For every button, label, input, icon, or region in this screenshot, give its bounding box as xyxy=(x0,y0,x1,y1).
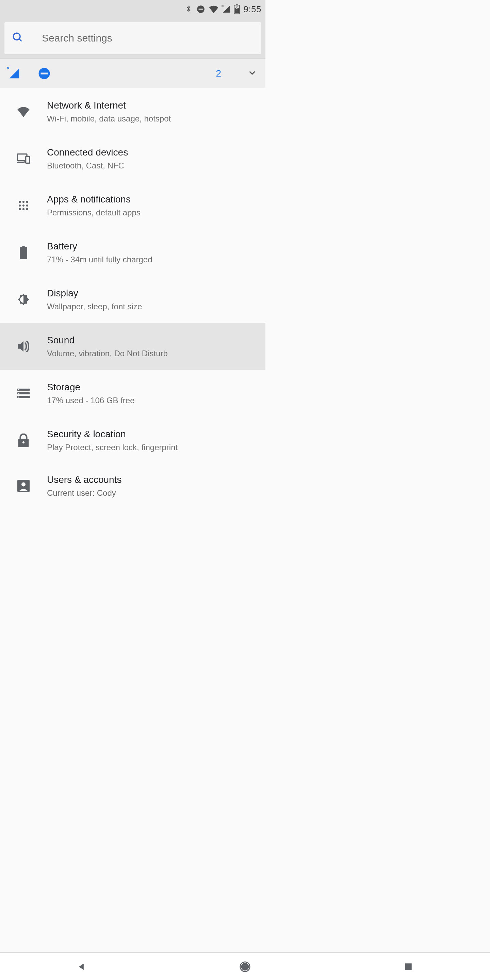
settings-item-subtitle: Volume, vibration, Do Not Disturb xyxy=(47,348,259,359)
wifi-icon xyxy=(0,106,47,117)
svg-point-17 xyxy=(22,205,24,207)
clock-time: 9:55 xyxy=(243,4,261,14)
settings-item-users[interactable]: Users & accountsCurrent user: Cody xyxy=(0,464,266,504)
svg-rect-23 xyxy=(22,246,24,247)
suggestion-count: 2 xyxy=(216,68,221,79)
settings-item-subtitle: Wi-Fi, mobile, data usage, hotspot xyxy=(47,113,259,124)
settings-item-title: Battery xyxy=(47,240,259,252)
settings-item-text: SoundVolume, vibration, Do Not Disturb xyxy=(47,334,266,359)
do-not-disturb-status-icon xyxy=(196,5,205,14)
settings-item-text: Storage17% used - 106 GB free xyxy=(47,381,266,406)
settings-item-title: Apps & notifications xyxy=(47,193,259,205)
storage-icon xyxy=(0,388,47,398)
settings-item-text: Connected devicesBluetooth, Cast, NFC xyxy=(47,146,266,171)
settings-item-title: Users & accounts xyxy=(47,474,259,485)
search-icon xyxy=(12,32,24,45)
battery-status-icon xyxy=(234,5,240,14)
devices-icon xyxy=(0,153,47,164)
suggestion-strip[interactable]: × 2 xyxy=(0,59,266,88)
svg-point-27 xyxy=(18,389,19,390)
settings-item-title: Sound xyxy=(47,334,259,346)
svg-point-5 xyxy=(13,33,20,40)
settings-item-security[interactable]: Security & locationPlay Protect, screen … xyxy=(0,417,266,464)
settings-item-text: Network & InternetWi-Fi, mobile, data us… xyxy=(47,99,266,124)
svg-rect-3 xyxy=(236,5,238,5)
svg-point-16 xyxy=(19,205,21,207)
lock-icon xyxy=(0,434,47,447)
search-section: Search settings xyxy=(0,18,266,59)
svg-point-33 xyxy=(21,482,25,487)
settings-item-title: Connected devices xyxy=(47,146,259,158)
settings-item-subtitle: Bluetooth, Cast, NFC xyxy=(47,160,259,171)
svg-point-29 xyxy=(18,396,19,398)
svg-point-14 xyxy=(22,201,24,203)
battery-icon xyxy=(0,246,47,259)
settings-item-subtitle: Permissions, default apps xyxy=(47,207,259,218)
settings-item-title: Display xyxy=(47,287,259,299)
settings-item-text: Security & locationPlay Protect, screen … xyxy=(47,428,266,453)
settings-list: Network & InternetWi-Fi, mobile, data us… xyxy=(0,88,266,504)
wifi-status-icon xyxy=(208,5,219,13)
cell-signal-icon: ✕ xyxy=(222,5,231,13)
settings-item-title: Storage xyxy=(47,381,259,393)
settings-item-text: Users & accountsCurrent user: Cody xyxy=(47,474,266,498)
sound-icon xyxy=(0,340,47,353)
settings-item-subtitle: Current user: Cody xyxy=(47,488,259,498)
settings-item-display[interactable]: DisplayWallpaper, sleep, font size xyxy=(0,276,266,323)
settings-item-text: Apps & notificationsPermissions, default… xyxy=(47,193,266,218)
dnd-suggestion-icon xyxy=(38,67,50,80)
brightness-icon xyxy=(0,293,47,306)
settings-item-title: Security & location xyxy=(47,428,259,440)
account-icon xyxy=(0,480,47,492)
apps-icon xyxy=(0,200,47,211)
svg-rect-8 xyxy=(41,73,48,74)
settings-item-connected[interactable]: Connected devicesBluetooth, Cast, NFC xyxy=(0,135,266,182)
settings-item-subtitle: 17% used - 106 GB free xyxy=(47,395,259,406)
search-placeholder: Search settings xyxy=(42,32,112,44)
settings-item-sound[interactable]: SoundVolume, vibration, Do Not Disturb xyxy=(0,323,266,370)
settings-item-apps[interactable]: Apps & notificationsPermissions, default… xyxy=(0,182,266,229)
bluetooth-icon xyxy=(184,4,193,14)
search-settings-card[interactable]: Search settings xyxy=(4,22,261,54)
status-bar: ✕ 9:55 xyxy=(0,0,266,18)
settings-item-title: Network & Internet xyxy=(47,99,259,111)
svg-point-21 xyxy=(26,208,28,210)
settings-item-text: Battery71% - 34m until fully charged xyxy=(47,240,266,265)
settings-item-storage[interactable]: Storage17% used - 106 GB free xyxy=(0,370,266,417)
settings-item-subtitle: Play Protect, screen lock, fingerprint xyxy=(47,442,259,453)
settings-item-network[interactable]: Network & InternetWi-Fi, mobile, data us… xyxy=(0,88,266,135)
svg-point-12 xyxy=(24,160,25,162)
settings-item-text: DisplayWallpaper, sleep, font size xyxy=(47,287,266,312)
svg-line-6 xyxy=(19,39,21,41)
svg-point-19 xyxy=(19,208,21,210)
settings-item-subtitle: 71% - 34m until fully charged xyxy=(47,254,259,265)
settings-item-subtitle: Wallpaper, sleep, font size xyxy=(47,301,259,312)
settings-item-battery[interactable]: Battery71% - 34m until fully charged xyxy=(0,229,266,276)
svg-rect-1 xyxy=(199,8,203,10)
svg-point-18 xyxy=(26,205,28,207)
chevron-down-icon xyxy=(247,68,257,79)
svg-point-20 xyxy=(22,208,24,210)
svg-point-15 xyxy=(26,201,28,203)
cell-no-signal-suggestion-icon: × xyxy=(8,67,21,80)
svg-point-28 xyxy=(18,393,19,394)
svg-rect-22 xyxy=(20,247,27,259)
svg-point-31 xyxy=(22,441,24,443)
svg-point-13 xyxy=(19,201,21,203)
svg-rect-11 xyxy=(26,156,30,163)
